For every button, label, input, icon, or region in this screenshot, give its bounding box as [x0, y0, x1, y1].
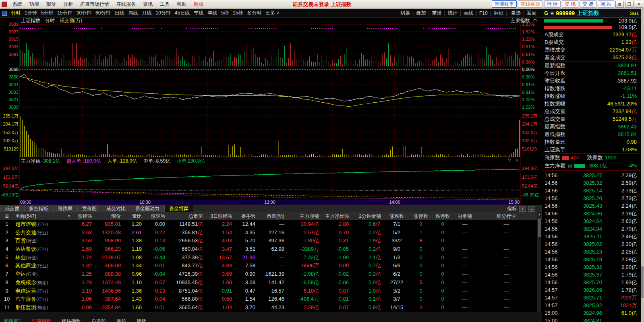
column-header-市盈(动)[interactable]: 市盈(动) — [258, 212, 287, 220]
tick-row[interactable]: 14:563825.022.30亿 — [542, 240, 641, 248]
page-tab-板块指数[interactable]: 板块指数 — [62, 318, 81, 322]
toolbar-叠加[interactable]: 叠加 — [414, 10, 428, 17]
menu-item-分析[interactable]: 分析 — [60, 1, 77, 7]
help-icon[interactable]: ? — [508, 158, 511, 163]
detail-grid-icon[interactable]: ▤ — [568, 162, 572, 170]
column-header-涨停数[interactable]: 涨停数 — [410, 212, 432, 220]
main-index-selector[interactable]: 主要指数 — [511, 18, 530, 24]
menu-item-帮助[interactable]: 帮助 — [173, 1, 190, 7]
indicator-tab-成交对比[interactable]: 成交对比 — [101, 205, 130, 212]
tick-row[interactable]: 14:563824.842.70亿 — [542, 225, 641, 233]
toolbar-统计[interactable]: 统计 — [446, 10, 460, 17]
menu-item-在线服务[interactable]: 在线服务 — [113, 1, 139, 7]
period-30分钟[interactable]: 30分钟 — [75, 10, 93, 16]
chip-行 情[interactable]: 行 情 — [544, 0, 561, 8]
period-季线[interactable]: 季线 — [192, 10, 205, 16]
tick-row[interactable]: 14:563825.272.39亿 — [542, 171, 641, 179]
menu-item-options[interactable]: 期权 — [190, 0, 207, 8]
sector-name[interactable]: 汽车服务(行业) — [14, 295, 66, 303]
chip-交 易[interactable]: 交 易 — [580, 0, 596, 8]
column-header-现价[interactable]: 现价 — [94, 212, 123, 220]
indicator-tab-多空指标[interactable]: 多空指标 — [24, 205, 53, 212]
period-15分钟[interactable]: 15分钟 — [55, 10, 74, 16]
indicator-tab-资金博弈[interactable]: 资金博弈 — [164, 205, 193, 212]
table-row[interactable]: 4酒店餐饮(行业)2.69966.231.19-0.06660.04亿3.473… — [0, 245, 542, 254]
period-多分时[interactable]: 多分时 — [245, 10, 263, 16]
period-年线[interactable]: 年线 — [205, 10, 219, 16]
period-15秒[interactable]: 15秒 — [231, 10, 245, 16]
zoom-in-button[interactable]: + — [519, 206, 526, 212]
column-header-量比[interactable]: 量比 — [123, 212, 144, 220]
window-panel-icon[interactable]: ⊡ — [533, 18, 537, 24]
table-row[interactable]: 7空运(行业)1.25888.380.96-0.044726.39亿3.590.… — [0, 270, 542, 279]
toolbar-标记[interactable]: 标记 — [492, 10, 505, 17]
menu-item-扩展市场行情[interactable]: 扩展市场行情 — [77, 1, 113, 7]
column-header-涨速%[interactable]: 涨速% — [144, 212, 168, 220]
stock-code[interactable]: 999999 — [556, 10, 575, 17]
period-5秒[interactable]: 5秒 — [219, 10, 231, 16]
column-header-总市值[interactable]: 总市值 — [168, 212, 205, 220]
period-5分钟[interactable]: 5分钟 — [39, 10, 56, 16]
chip-资 讯[interactable]: 资 讯 — [562, 0, 578, 8]
toolbar-画线[interactable]: 画线 — [462, 10, 475, 17]
tick-row[interactable]: 14:573825.821921万 — [542, 301, 641, 309]
period-60分钟[interactable]: 60分钟 — [93, 10, 112, 16]
toolbar-重播[interactable]: 重播 — [430, 10, 444, 17]
toolbar--自选[interactable]: -自选 — [507, 10, 523, 17]
table-row[interactable]: 2公共交通(行业)3.631320.482.610.22356.81亿1.544… — [0, 229, 542, 237]
period-45日线[interactable]: 45日线 — [173, 10, 192, 16]
period-月线[interactable]: 月线 — [140, 10, 153, 16]
tick-row[interactable]: 14:563824.642.62亿 — [542, 217, 641, 225]
period-周线[interactable]: 周线 — [126, 10, 140, 16]
sector-name[interactable]: 林业(行业) — [14, 254, 66, 262]
menu-item-系统[interactable]: 系统 — [9, 1, 26, 7]
tick-row[interactable]: 14:563825.432.24亿 — [542, 202, 641, 210]
close-button[interactable]: ✕ — [635, 1, 643, 8]
table-row[interactable]: 6其他商业(行业)1.32469.691.44-0.01843.77亿4.837… — [0, 262, 542, 270]
column-header-3日涨幅%[interactable]: 3日涨幅% — [205, 212, 234, 220]
toolbar-返回[interactable]: 返回 — [525, 10, 538, 17]
column-header-涨幅%[interactable]: 涨幅% — [72, 212, 94, 220]
period-日线[interactable]: 日线 — [112, 10, 126, 16]
tick-row[interactable]: 15:003824.9661.0亿 — [542, 309, 641, 317]
tick-row[interactable]: 14:563825.322.59亿 — [542, 179, 641, 187]
indicator-label[interactable]: 指标 — [507, 205, 517, 212]
table-scrollbar[interactable]: ▲ — [537, 212, 541, 312]
tick-row[interactable]: 14:563824.662.16亿 — [542, 210, 641, 217]
column-header-细分行业[interactable]: 细分行业 — [476, 212, 536, 220]
page-tab-期货[interactable]: 期货 — [137, 318, 146, 322]
column-header-主力净比%[interactable]: 主力净比% — [321, 212, 351, 220]
scroll-up-icon[interactable]: ▲ — [537, 212, 541, 217]
tick-row[interactable]: 14:563825.142.73亿 — [542, 187, 641, 194]
sector-name[interactable]: 免税概念(概念) — [14, 279, 66, 287]
column-header-2分钟金额[interactable]: 2分钟金额 — [351, 212, 383, 220]
tick-row[interactable]: 14:573825.717929万 — [542, 294, 641, 301]
toolbar-F10[interactable]: F10 — [477, 10, 490, 16]
table-row[interactable]: 1超市连锁(行业)6.27935.011.200.001149.51亿2.241… — [0, 220, 542, 229]
table-row[interactable]: 5林业(行业)1.742738.071.08-0.43372.39亿13.672… — [0, 254, 542, 262]
sector-name[interactable]: 超市连锁(行业) — [14, 220, 66, 229]
page-tab-自选股[interactable]: 自选股 — [91, 318, 106, 322]
chip-智能账单[interactable]: 智能账单 — [492, 0, 517, 8]
period-1分钟[interactable]: 1分钟 — [23, 10, 39, 16]
table-scroll-thumb[interactable] — [538, 219, 541, 237]
indicator-tab-竞价图[interactable]: 竞价图 — [77, 205, 101, 212]
table-row[interactable]: 9电信运营(行业)1.101406.961.360.138751.04亿-0.9… — [0, 287, 542, 295]
menu-item-报价[interactable]: 报价 — [43, 1, 60, 7]
tick-row[interactable]: 15:003824.81 — [542, 317, 641, 322]
period-分时[interactable]: 分时 — [9, 10, 23, 16]
tick-row[interactable]: 14:563825.202.73亿 — [542, 194, 641, 202]
indicator-tab-涨跌率[interactable]: 涨跌率 — [53, 205, 77, 212]
page-tab-港股[interactable]: 港股 — [116, 318, 126, 322]
tick-row[interactable]: 14:573826.091.78亿 — [542, 286, 641, 294]
column-header-涨跌数[interactable]: 涨跌数 — [383, 212, 410, 220]
zoom-out-button[interactable]: - — [528, 206, 535, 212]
page-tab-沪深指数[interactable]: 沪深指数 — [32, 318, 51, 322]
table-row[interactable]: 10汽车服务(行业)1.06387.641.430.04566.80亿0.501… — [0, 295, 542, 303]
restore-button[interactable]: ❐ — [625, 1, 634, 8]
menu-button[interactable]: ≣ — [615, 1, 624, 8]
sector-name[interactable]: 公共交通(行业) — [14, 229, 66, 237]
sector-name[interactable]: 酒店餐饮(行业) — [14, 245, 66, 254]
menu-item-资讯[interactable]: 资讯 — [139, 1, 156, 7]
tick-row[interactable]: 14:563825.112.46亿 — [542, 233, 641, 240]
